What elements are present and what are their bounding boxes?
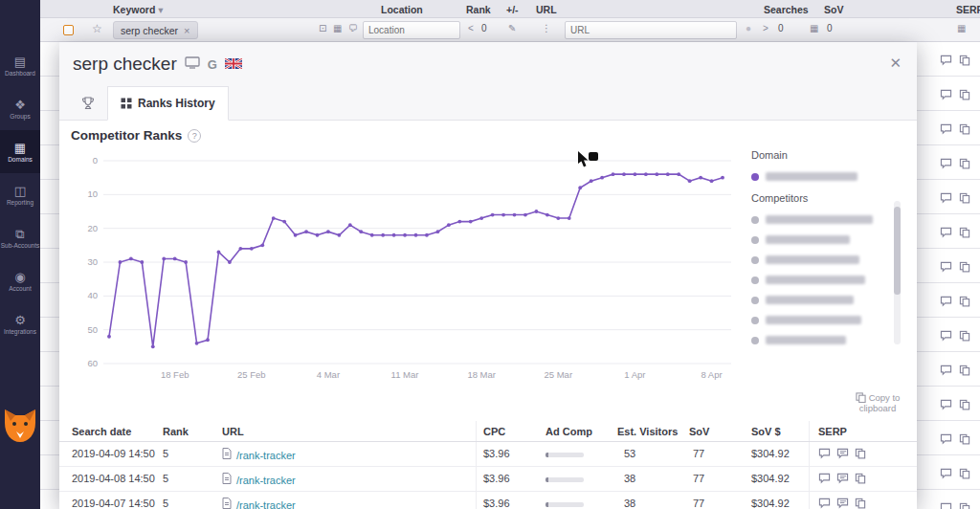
url-filter-input[interactable] — [565, 21, 737, 39]
keyword-filter-chip[interactable]: serp checker × — [113, 21, 198, 39]
serp-cell-icons — [940, 432, 970, 449]
remove-chip-icon[interactable]: × — [184, 25, 189, 36]
url-link[interactable]: /rank-tracker — [236, 450, 296, 461]
copy-icon[interactable] — [959, 87, 970, 104]
copy-icon[interactable] — [959, 432, 970, 449]
comment-icon[interactable] — [818, 448, 831, 461]
legend-competitor-item[interactable] — [751, 310, 916, 330]
copy-icon[interactable] — [959, 466, 970, 483]
search-date-cell: 2019-04-07 14:50 — [72, 498, 155, 509]
scrollbar-thumb[interactable] — [894, 207, 901, 295]
comment-icon[interactable] — [940, 225, 952, 242]
comment-icon[interactable] — [940, 294, 952, 311]
legend-competitor-item[interactable] — [751, 330, 916, 350]
comment-icon[interactable] — [940, 328, 952, 345]
legend-domain-title: Domain — [751, 149, 916, 161]
serp-cell-icons — [940, 500, 970, 509]
comment-icon[interactable] — [940, 432, 952, 449]
select-checkbox-icon[interactable] — [63, 25, 74, 35]
cpc-cell: $3.96 — [483, 473, 510, 484]
legend-competitor-item[interactable] — [751, 250, 916, 270]
comment-icon[interactable] — [940, 156, 952, 173]
edit-icon[interactable]: ✎ — [508, 23, 516, 33]
comment-icon[interactable] — [940, 190, 952, 208]
comment-icon[interactable] — [940, 87, 952, 104]
sov-filter-value[interactable]: 0 — [827, 23, 833, 33]
comment-lines-icon[interactable] — [836, 498, 849, 509]
copy-icon[interactable] — [855, 498, 866, 509]
column-header-sov[interactable]: SoV — [824, 4, 843, 15]
comment-lines-icon[interactable] — [836, 473, 849, 486]
comment-icon[interactable]: 🗩 — [348, 23, 358, 33]
location-filter-input[interactable] — [363, 21, 460, 39]
column-header-url[interactable]: URL — [536, 4, 557, 15]
copy-icon[interactable] — [959, 53, 970, 70]
star-icon[interactable]: ☆ — [92, 22, 102, 35]
sidebar-item-account[interactable]: ◉Account — [0, 259, 40, 302]
url-link[interactable]: /rank-tracker — [236, 475, 296, 486]
comment-lines-icon[interactable] — [836, 448, 849, 461]
accuranker-logo[interactable] — [3, 406, 37, 448]
copy-to-clipboard-button[interactable]: Copy to clipboard — [836, 392, 917, 413]
legend-scrollbar[interactable] — [894, 201, 901, 344]
grid-icon[interactable]: ▦ — [333, 23, 342, 33]
copy-icon[interactable] — [959, 156, 970, 173]
copy-icon[interactable] — [959, 122, 970, 139]
desktop-icon[interactable]: ⊡ — [319, 23, 326, 33]
greater-than-icon[interactable]: > — [763, 23, 768, 33]
sidebar-item-integrations[interactable]: ⚙Integrations — [0, 302, 40, 345]
sidebar-item-reporting[interactable]: ◫Reporting — [0, 173, 40, 216]
column-header-serp[interactable]: SERP — [956, 4, 980, 15]
comment-icon[interactable] — [940, 53, 952, 70]
column-header-location[interactable]: Location — [381, 4, 423, 15]
close-icon[interactable]: ✕ — [889, 55, 902, 72]
searches-filter-value[interactable]: 0 — [778, 23, 784, 33]
copy-icon[interactable] — [959, 190, 970, 208]
comment-icon[interactable] — [940, 122, 952, 139]
columns-icon[interactable]: ▦ — [957, 23, 966, 33]
legend-competitor-item[interactable] — [751, 230, 916, 250]
tab-competitors[interactable] — [69, 86, 107, 120]
comment-icon[interactable] — [940, 363, 952, 380]
column-header-keyword[interactable]: Keyword ▾ — [113, 4, 164, 15]
comment-icon[interactable] — [940, 397, 952, 414]
url-cell: /rank-tracker — [222, 473, 296, 486]
tab-ranks-history[interactable]: Ranks History — [107, 86, 229, 121]
column-header-searches[interactable]: Searches — [764, 4, 809, 15]
legend-domain-item[interactable] — [751, 166, 916, 187]
copy-icon[interactable] — [855, 448, 866, 461]
grid-icon[interactable]: ▦ — [810, 23, 818, 33]
less-than-icon[interactable]: < — [468, 23, 474, 33]
column-header-plusminus[interactable]: +/- — [506, 4, 519, 15]
column-header-rank[interactable]: Rank — [466, 4, 491, 15]
copy-icon[interactable] — [959, 397, 970, 414]
legend-competitors-title: Competitors — [751, 192, 916, 204]
sidebar-item-domains[interactable]: ▦Domains — [0, 130, 40, 173]
comment-icon[interactable] — [940, 259, 952, 277]
copy-icon[interactable] — [959, 259, 970, 277]
comment-icon[interactable] — [818, 498, 831, 509]
comment-icon[interactable] — [940, 466, 952, 483]
serp-cell-icons — [818, 473, 866, 486]
legend-competitor-item[interactable] — [751, 270, 916, 290]
copy-icon[interactable] — [959, 328, 970, 345]
comment-icon[interactable] — [940, 500, 952, 509]
rank-filter-value[interactable]: 0 — [481, 23, 487, 33]
background-filter-row: ☆ serp checker × ⊡ ▦ 🗩 < 0 ✎ ⋮ ● > 0 ▦ 0… — [40, 18, 980, 42]
copy-icon[interactable] — [959, 294, 970, 311]
chart-legend: Domain Competitors — [751, 149, 916, 350]
sidebar-item-sub-accounts[interactable]: ⧉Sub-Accounts — [0, 216, 40, 259]
sidebar-item-groups[interactable]: ❖Groups — [0, 87, 40, 130]
legend-competitor-item[interactable] — [751, 290, 916, 310]
more-options-icon[interactable]: ⋮ — [542, 23, 551, 33]
svg-text:4 Mar: 4 Mar — [317, 369, 340, 380]
legend-competitor-item[interactable] — [751, 210, 916, 230]
url-link[interactable]: /rank-tracker — [236, 499, 296, 509]
copy-icon[interactable] — [959, 225, 970, 242]
copy-icon[interactable] — [959, 363, 970, 380]
sidebar-item-dashboard[interactable]: ▤Dashboard — [0, 44, 40, 87]
comment-icon[interactable] — [818, 473, 831, 486]
copy-icon[interactable] — [959, 500, 970, 509]
copy-icon[interactable] — [855, 473, 866, 486]
help-icon[interactable]: ? — [188, 129, 201, 143]
